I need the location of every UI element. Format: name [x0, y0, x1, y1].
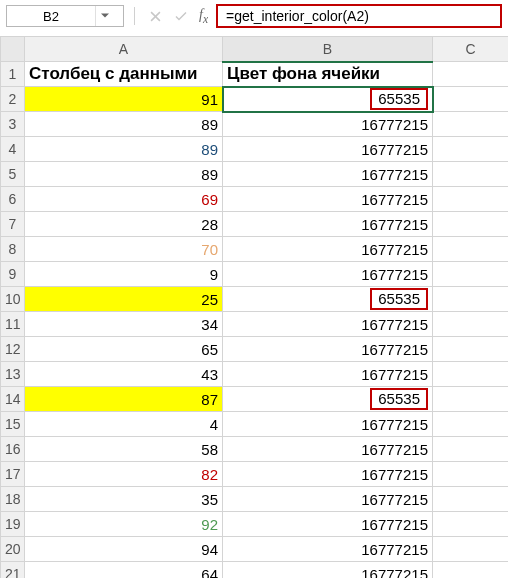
row-header-16[interactable]: 16 [1, 437, 25, 462]
cell-C10[interactable] [433, 287, 509, 312]
cell-B8[interactable]: 16777215 [223, 237, 433, 262]
cell-B11[interactable]: 16777215 [223, 312, 433, 337]
cell-B12[interactable]: 16777215 [223, 337, 433, 362]
cell-B20[interactable]: 16777215 [223, 537, 433, 562]
cell-C3[interactable] [433, 112, 509, 137]
cell-A12[interactable]: 65 [25, 337, 223, 362]
row-header-11[interactable]: 11 [1, 312, 25, 337]
cell-C5[interactable] [433, 162, 509, 187]
cell-B13[interactable]: 16777215 [223, 362, 433, 387]
cell-A19[interactable]: 92 [25, 512, 223, 537]
cell-B3[interactable]: 16777215 [223, 112, 433, 137]
cell-A16[interactable]: 58 [25, 437, 223, 462]
cell-C1[interactable] [433, 62, 509, 87]
cell-C17[interactable] [433, 462, 509, 487]
cell-B15[interactable]: 16777215 [223, 412, 433, 437]
row-header-7[interactable]: 7 [1, 212, 25, 237]
cell-A17[interactable]: 82 [25, 462, 223, 487]
row-header-19[interactable]: 19 [1, 512, 25, 537]
cell-A2[interactable]: 91 [25, 87, 223, 112]
row-header-13[interactable]: 13 [1, 362, 25, 387]
name-box-dropdown[interactable] [95, 6, 113, 26]
row-header-1[interactable]: 1 [1, 62, 25, 87]
row-header-12[interactable]: 12 [1, 337, 25, 362]
row-header-17[interactable]: 17 [1, 462, 25, 487]
row-header-5[interactable]: 5 [1, 162, 25, 187]
cell-A8[interactable]: 70 [25, 237, 223, 262]
row-header-10[interactable]: 10 [1, 287, 25, 312]
col-header-C[interactable]: C [433, 37, 509, 62]
cancel-button[interactable] [145, 6, 165, 26]
select-all-corner[interactable] [1, 37, 25, 62]
cell-C13[interactable] [433, 362, 509, 387]
cell-B1[interactable]: Цвет фона ячейки [223, 62, 433, 87]
x-icon [150, 11, 161, 22]
row-header-21[interactable]: 21 [1, 562, 25, 579]
row-header-20[interactable]: 20 [1, 537, 25, 562]
row-header-14[interactable]: 14 [1, 387, 25, 412]
check-icon [175, 11, 187, 22]
cell-A6[interactable]: 69 [25, 187, 223, 212]
enter-button[interactable] [171, 6, 191, 26]
cell-B9[interactable]: 16777215 [223, 262, 433, 287]
cell-B17[interactable]: 16777215 [223, 462, 433, 487]
cell-A14[interactable]: 87 [25, 387, 223, 412]
cell-A11[interactable]: 34 [25, 312, 223, 337]
cell-A13[interactable]: 43 [25, 362, 223, 387]
cell-A4[interactable]: 89 [25, 137, 223, 162]
row-header-4[interactable]: 4 [1, 137, 25, 162]
cell-B21[interactable]: 16777215 [223, 562, 433, 579]
cell-C12[interactable] [433, 337, 509, 362]
cell-A3[interactable]: 89 [25, 112, 223, 137]
cell-C15[interactable] [433, 412, 509, 437]
cell-C21[interactable] [433, 562, 509, 579]
cell-A5[interactable]: 89 [25, 162, 223, 187]
cell-B5[interactable]: 16777215 [223, 162, 433, 187]
cell-C9[interactable] [433, 262, 509, 287]
cell-C2[interactable] [433, 87, 509, 112]
cell-A1[interactable]: Столбец с данными [25, 62, 223, 87]
formula-input[interactable] [224, 7, 494, 25]
cell-B14[interactable]: 65535 [223, 387, 433, 412]
cell-B18[interactable]: 16777215 [223, 487, 433, 512]
cell-C16[interactable] [433, 437, 509, 462]
cell-C18[interactable] [433, 487, 509, 512]
col-header-A[interactable]: A [25, 37, 223, 62]
highlight-box: 65535 [370, 288, 428, 310]
cell-C4[interactable] [433, 137, 509, 162]
cell-B2[interactable]: 65535 [223, 87, 433, 112]
cell-A7[interactable]: 28 [25, 212, 223, 237]
cell-C8[interactable] [433, 237, 509, 262]
cell-C19[interactable] [433, 512, 509, 537]
row-header-6[interactable]: 6 [1, 187, 25, 212]
cell-A18[interactable]: 35 [25, 487, 223, 512]
row-header-2[interactable]: 2 [1, 87, 25, 112]
cell-B19[interactable]: 16777215 [223, 512, 433, 537]
row-header-18[interactable]: 18 [1, 487, 25, 512]
cell-C14[interactable] [433, 387, 509, 412]
name-box-input[interactable] [7, 9, 95, 24]
spreadsheet-grid[interactable]: A B C 1Столбец с даннымиЦвет фона ячейки… [0, 36, 508, 578]
row-header-8[interactable]: 8 [1, 237, 25, 262]
row-header-3[interactable]: 3 [1, 112, 25, 137]
cell-C7[interactable] [433, 212, 509, 237]
cell-A21[interactable]: 64 [25, 562, 223, 579]
fx-icon[interactable]: fx [199, 7, 208, 26]
col-header-B[interactable]: B [223, 37, 433, 62]
name-box[interactable] [6, 5, 124, 27]
row-header-15[interactable]: 15 [1, 412, 25, 437]
cell-A15[interactable]: 4 [25, 412, 223, 437]
cell-C20[interactable] [433, 537, 509, 562]
cell-C11[interactable] [433, 312, 509, 337]
cell-C6[interactable] [433, 187, 509, 212]
cell-B7[interactable]: 16777215 [223, 212, 433, 237]
cell-B6[interactable]: 16777215 [223, 187, 433, 212]
cell-B10[interactable]: 65535 [223, 287, 433, 312]
row-header-9[interactable]: 9 [1, 262, 25, 287]
cell-A20[interactable]: 94 [25, 537, 223, 562]
cell-B4[interactable]: 16777215 [223, 137, 433, 162]
cell-A10[interactable]: 25 [25, 287, 223, 312]
separator [134, 7, 135, 25]
cell-A9[interactable]: 9 [25, 262, 223, 287]
cell-B16[interactable]: 16777215 [223, 437, 433, 462]
